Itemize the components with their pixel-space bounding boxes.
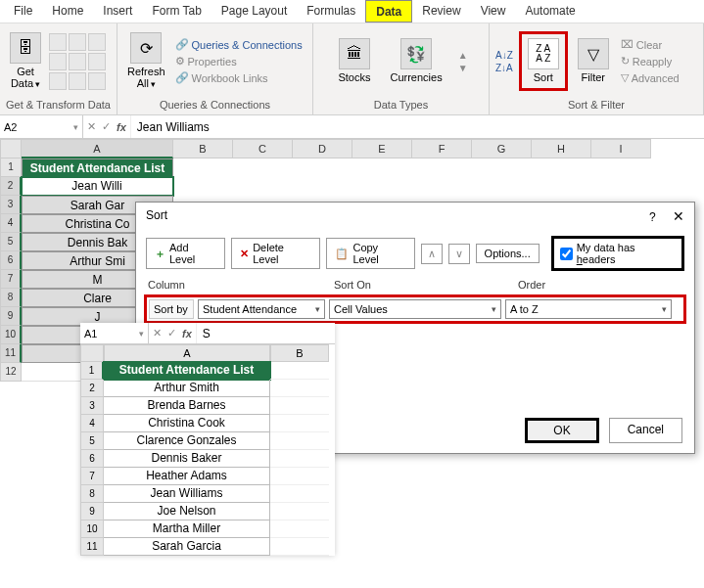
row-head[interactable]: 6 xyxy=(0,251,22,270)
cell[interactable]: Heather Adams xyxy=(104,468,270,485)
sort-az-buttons[interactable]: A↓Z Z↓A xyxy=(495,50,513,73)
sorton-combo[interactable]: Cell Values▾ xyxy=(329,299,501,319)
headers-checkbox-input[interactable] xyxy=(560,248,573,260)
cell[interactable]: Jean Willi xyxy=(22,177,173,196)
tab-review[interactable]: Review xyxy=(412,0,470,23)
stocks-button[interactable]: 🏛 Stocks xyxy=(334,36,374,85)
options-button[interactable]: Options... xyxy=(476,244,540,263)
enter-fx-icon[interactable]: ✓ xyxy=(167,327,176,339)
copy-level-button[interactable]: 📋Copy Level xyxy=(326,238,414,269)
row-head[interactable]: 5 xyxy=(0,233,22,251)
fx-icon[interactable]: fx xyxy=(182,328,192,339)
row-head[interactable]: 9 xyxy=(80,503,104,520)
row-head[interactable]: 6 xyxy=(80,450,104,468)
tab-formtab[interactable]: Form Tab xyxy=(142,0,211,23)
datatypes-nav[interactable]: ▲ ▼ xyxy=(458,50,468,73)
col-head-h[interactable]: H xyxy=(532,139,591,158)
row-head[interactable]: 4 xyxy=(80,415,104,432)
overlay-formula-input[interactable]: S xyxy=(197,323,335,343)
row-head[interactable]: 1 xyxy=(0,158,22,177)
tab-view[interactable]: View xyxy=(471,0,516,23)
formula-input[interactable]: Jean Williams xyxy=(131,115,704,138)
advanced-link[interactable]: ▽Advanced xyxy=(619,70,681,85)
chevron-up-icon[interactable]: ▲ xyxy=(458,50,468,61)
name-box[interactable]: A2▾ xyxy=(0,115,83,138)
row-head[interactable]: 11 xyxy=(0,344,22,363)
filter-button[interactable]: ▽ Filter xyxy=(574,36,613,85)
refresh-all-button[interactable]: ⟳ Refresh All xyxy=(123,30,169,92)
reapply-link[interactable]: ↻Reapply xyxy=(619,54,681,68)
row-head[interactable]: 10 xyxy=(80,520,104,538)
properties-link[interactable]: ⚙Properties xyxy=(173,54,305,68)
col-head-a[interactable]: A xyxy=(104,344,270,362)
header-cell[interactable]: Student Attendance List xyxy=(22,158,173,177)
row-head[interactable]: 7 xyxy=(0,270,22,289)
move-down-button[interactable]: ∨ xyxy=(448,244,470,264)
cell[interactable]: Martha Miller xyxy=(104,520,270,538)
row-head[interactable]: 4 xyxy=(0,214,22,233)
row-head[interactable]: 1 xyxy=(80,362,104,380)
cell[interactable]: Arthur Smith xyxy=(104,380,270,397)
header-cell[interactable]: Student Attendance List xyxy=(104,362,270,380)
clear-link[interactable]: ⌧Clear xyxy=(619,37,681,52)
help-button[interactable]: ? xyxy=(649,210,656,224)
move-up-button[interactable]: ∧ xyxy=(421,244,443,264)
tab-file[interactable]: File xyxy=(4,0,42,23)
get-data-mini-icons[interactable] xyxy=(49,33,106,90)
row-head[interactable]: 7 xyxy=(80,468,104,485)
tab-home[interactable]: Home xyxy=(42,0,93,23)
row-head[interactable]: 3 xyxy=(0,196,22,214)
cell[interactable]: Dennis Baker xyxy=(104,450,270,468)
row-head[interactable]: 2 xyxy=(0,177,22,196)
headers-checkbox[interactable]: My data has headers xyxy=(551,236,684,271)
row-head[interactable]: 2 xyxy=(80,380,104,397)
col-head-b[interactable]: B xyxy=(270,344,329,362)
cell[interactable]: Jean Williams xyxy=(104,485,270,503)
cancel-fx-icon[interactable]: ✕ xyxy=(153,327,162,339)
tab-formulas[interactable]: Formulas xyxy=(297,0,365,23)
col-head-g[interactable]: G xyxy=(472,139,532,158)
chevron-down-icon[interactable]: ▼ xyxy=(458,63,468,73)
sort-button[interactable]: Z AA Z Sort xyxy=(524,36,563,85)
row-head[interactable]: 11 xyxy=(80,538,104,556)
col-head-i[interactable]: I xyxy=(591,139,651,158)
close-icon[interactable]: ✕ xyxy=(673,208,684,224)
cell[interactable]: Sarah Garcia xyxy=(104,538,270,556)
cancel-fx-icon[interactable]: ✕ xyxy=(87,120,96,133)
col-head-b[interactable]: B xyxy=(173,139,233,158)
queries-connections-link[interactable]: 🔗Queries & Connections xyxy=(173,37,305,52)
tab-pagelayout[interactable]: Page Layout xyxy=(211,0,297,23)
cancel-button[interactable]: Cancel xyxy=(609,418,682,443)
get-data-button[interactable]: 🗄 Get Data xyxy=(6,30,45,92)
currencies-button[interactable]: 💱 Currencies xyxy=(386,36,446,85)
cell[interactable]: Brenda Barnes xyxy=(104,397,270,415)
col-head-e[interactable]: E xyxy=(352,139,412,158)
row-head[interactable]: 10 xyxy=(0,326,22,344)
col-head-a[interactable]: A xyxy=(22,139,173,158)
cell[interactable]: Joe Nelson xyxy=(104,503,270,520)
fx-icon[interactable]: fx xyxy=(117,121,126,133)
workbook-links-link[interactable]: 🔗Workbook Links xyxy=(173,70,305,85)
ok-button[interactable]: OK xyxy=(525,418,598,443)
tab-automate[interactable]: Automate xyxy=(515,0,585,23)
row-head[interactable]: 5 xyxy=(80,432,104,450)
overlay-namebox[interactable]: A1▾ xyxy=(80,323,149,343)
row-head[interactable]: 8 xyxy=(0,289,22,307)
row-head[interactable]: 3 xyxy=(80,397,104,415)
sort-za-icon[interactable]: Z↓A xyxy=(495,63,513,73)
select-all-corner[interactable] xyxy=(80,344,104,362)
row-head[interactable]: 12 xyxy=(0,363,22,382)
delete-level-button[interactable]: ✕Delete Level xyxy=(231,238,320,269)
order-combo[interactable]: A to Z▾ xyxy=(505,299,672,319)
col-head-f[interactable]: F xyxy=(412,139,472,158)
tab-insert[interactable]: Insert xyxy=(93,0,142,23)
row-head[interactable]: 8 xyxy=(80,485,104,503)
col-head-c[interactable]: C xyxy=(233,139,293,158)
cell[interactable]: Christina Cook xyxy=(104,415,270,432)
col-head-d[interactable]: D xyxy=(293,139,352,158)
select-all-corner[interactable] xyxy=(0,139,22,158)
sortby-combo[interactable]: Student Attendance▾ xyxy=(198,299,325,319)
enter-fx-icon[interactable]: ✓ xyxy=(102,120,111,133)
row-head[interactable]: 9 xyxy=(0,307,22,326)
sort-az-icon[interactable]: A↓Z xyxy=(495,50,513,61)
